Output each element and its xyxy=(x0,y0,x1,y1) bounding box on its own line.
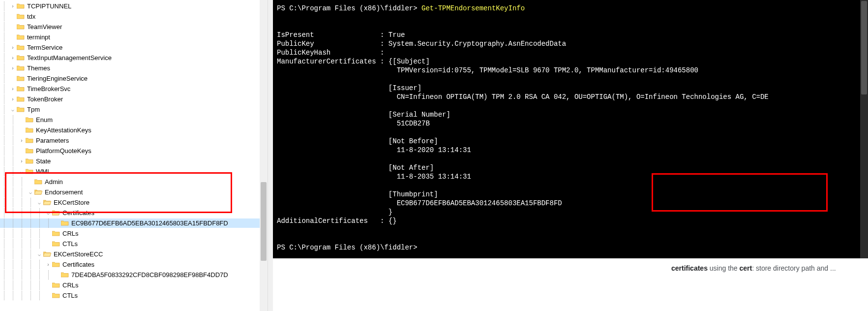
scrollbar-vertical[interactable] xyxy=(260,0,268,311)
folder-icon xyxy=(52,230,60,237)
folder-icon xyxy=(17,3,25,9)
folder-icon xyxy=(17,106,25,113)
chevron-down-icon[interactable]: ⌵ xyxy=(44,209,52,217)
folder-icon xyxy=(26,168,33,175)
chevron-right-icon[interactable]: › xyxy=(9,85,17,93)
output-line: ManufacturerCertificates : {[Subject] xyxy=(277,57,868,66)
tree-item-label: EC9B677D6EFB6AD5EBA3012465803EA15FBDF8FD xyxy=(71,219,228,227)
chevron-right-icon[interactable]: › xyxy=(18,157,26,165)
tree-item-label: TermService xyxy=(27,44,62,51)
tree-item-label: State xyxy=(36,157,51,165)
tree-item-label: Certificates xyxy=(62,209,94,217)
tree-item[interactable]: · PlatformQuoteKeys xyxy=(0,146,268,156)
tree-item[interactable]: · KeyAttestationKeys xyxy=(0,125,268,135)
chevron-right-icon[interactable]: › xyxy=(9,44,17,52)
tree-item-label: CTLs xyxy=(62,292,78,299)
tree-item-label: CTLs xyxy=(62,240,78,248)
tree-item[interactable]: › TCPIPTUNNEL xyxy=(0,1,268,11)
output-line: [Not After] xyxy=(277,163,868,172)
chevron-right-icon[interactable]: › xyxy=(9,64,17,72)
tree-item[interactable]: · tdx xyxy=(0,12,268,21)
tree-item-label: TimeBrokerSvc xyxy=(27,85,70,93)
folder-icon xyxy=(26,137,33,144)
powershell-terminal[interactable]: PS C:\Program Files (x86)\fiddler> Get-T… xyxy=(273,0,868,258)
tree-item[interactable]: › Themes xyxy=(0,63,268,73)
tree-item-label: PlatformQuoteKeys xyxy=(36,147,91,155)
tree-item[interactable]: · CTLs xyxy=(0,291,268,300)
tree-item[interactable]: · TieringEngineService xyxy=(0,74,268,83)
folder-icon xyxy=(17,44,25,51)
output-line: [Issuer] xyxy=(277,84,868,93)
tree-item-label: EKCertStoreECC xyxy=(54,250,103,258)
tree-item-label: tdx xyxy=(27,13,35,20)
tree-item-label: TieringEngineService xyxy=(27,75,88,82)
tree-item[interactable]: ⌵ Certificates xyxy=(0,208,268,218)
output-line: [Serial Number] xyxy=(277,110,868,119)
tree-item[interactable]: › TermService xyxy=(0,43,268,52)
chevron-right-icon[interactable]: › xyxy=(18,137,26,145)
chevron-right-icon[interactable]: › xyxy=(9,95,17,103)
registry-tree-pane[interactable]: › TCPIPTUNNEL· tdx· TeamViewer· terminpt… xyxy=(0,0,268,311)
tree-item-label: Themes xyxy=(27,64,50,72)
output-line: CN=Infineon OPTIGA(TM) TPM 2.0 RSA CA 04… xyxy=(277,93,868,101)
tree-item[interactable]: ⌵ Endorsement xyxy=(0,187,268,197)
folder-icon xyxy=(52,292,60,299)
output-line: 11-8-2035 13:14:31 xyxy=(277,172,868,181)
chevron-down-icon[interactable]: ⌵ xyxy=(35,199,43,207)
tree-item[interactable]: › TimeBrokerSvc xyxy=(0,84,268,93)
tree-item[interactable]: · CTLs xyxy=(0,239,268,249)
tree-item[interactable]: › Certificates xyxy=(0,260,268,269)
folder-icon xyxy=(17,65,25,71)
output-line: 51CDB27B xyxy=(277,119,868,128)
chevron-right-icon[interactable]: › xyxy=(44,261,52,269)
terminal-scrollbar[interactable] xyxy=(860,0,868,258)
chevron-right-icon[interactable]: › xyxy=(9,2,17,10)
tree-item[interactable]: · Admin xyxy=(0,177,268,187)
output-line: IsPresent : True xyxy=(277,31,868,39)
tree-item-label: terminpt xyxy=(27,33,50,41)
tree-item-label: Admin xyxy=(45,178,63,186)
tree-item[interactable]: ⌵ EKCertStoreECC xyxy=(0,249,268,259)
output-line: AdditionalCertificates : {} xyxy=(277,217,868,225)
folder-icon xyxy=(17,55,25,61)
tree-item-label: TeamViewer xyxy=(27,23,62,31)
tree-item-label: Endorsement xyxy=(45,188,83,196)
ps-prompt-2[interactable]: PS C:\Program Files (x86)\fiddler> xyxy=(277,243,868,252)
tree-item-label: CRLs xyxy=(62,230,79,237)
tree-item-label: TokenBroker xyxy=(27,95,63,103)
tree-item[interactable]: · 7DE4DBA5F0833292CFD8CBF098298EF98BF4DD… xyxy=(0,270,268,280)
chevron-down-icon[interactable]: ⌵ xyxy=(9,106,17,114)
chevron-down-icon[interactable]: ⌵ xyxy=(35,250,43,258)
tree-item[interactable]: › TextInputManagementService xyxy=(0,53,268,62)
tree-item[interactable]: · CRLs xyxy=(0,280,268,290)
tree-item[interactable]: · EC9B677D6EFB6AD5EBA3012465803EA15FBDF8… xyxy=(0,218,268,228)
chevron-down-icon[interactable]: ⌵ xyxy=(27,188,34,196)
tree-item[interactable]: · Enum xyxy=(0,115,268,124)
tree-item[interactable]: · CRLs xyxy=(0,229,268,238)
folder-icon xyxy=(43,251,51,257)
tree-item[interactable]: › State xyxy=(0,156,268,166)
tree-item[interactable]: · TeamViewer xyxy=(0,22,268,31)
tree-item-label: Enum xyxy=(36,116,53,124)
tree-item-label: WMI xyxy=(36,168,49,175)
tree-item[interactable]: ⌵ EKCertStore xyxy=(0,198,268,207)
output-line: PublicKeyHash : xyxy=(277,48,868,57)
chevron-down-icon[interactable]: ⌵ xyxy=(18,168,26,176)
tree-item[interactable]: · terminpt xyxy=(0,32,268,42)
tree-item-label: EKCertStore xyxy=(54,199,90,206)
folder-icon xyxy=(17,13,25,20)
right-pane: PS C:\Program Files (x86)\fiddler> Get-T… xyxy=(273,0,868,311)
tree-item-label: Certificates xyxy=(62,261,94,268)
tree-item[interactable]: ⌵ Tpm xyxy=(0,105,268,114)
output-line: [Thumbprint] xyxy=(277,190,868,199)
output-line: TPMVersion=id:0755, TPMModel=SLB 9670 TP… xyxy=(277,66,868,75)
tree-item[interactable]: › TokenBroker xyxy=(0,94,268,104)
chevron-right-icon[interactable]: › xyxy=(9,54,17,62)
tree-item[interactable]: ⌵ WMI xyxy=(0,167,268,176)
folder-icon xyxy=(17,24,25,30)
search-result-snippet: certificates using the cert: store direc… xyxy=(273,258,868,272)
ps-command: Get-TPMEndorsementKeyInfo xyxy=(421,4,525,12)
folder-icon xyxy=(52,210,60,216)
tree-item[interactable]: › Parameters xyxy=(0,136,268,145)
scrollbar-thumb[interactable] xyxy=(261,182,267,261)
